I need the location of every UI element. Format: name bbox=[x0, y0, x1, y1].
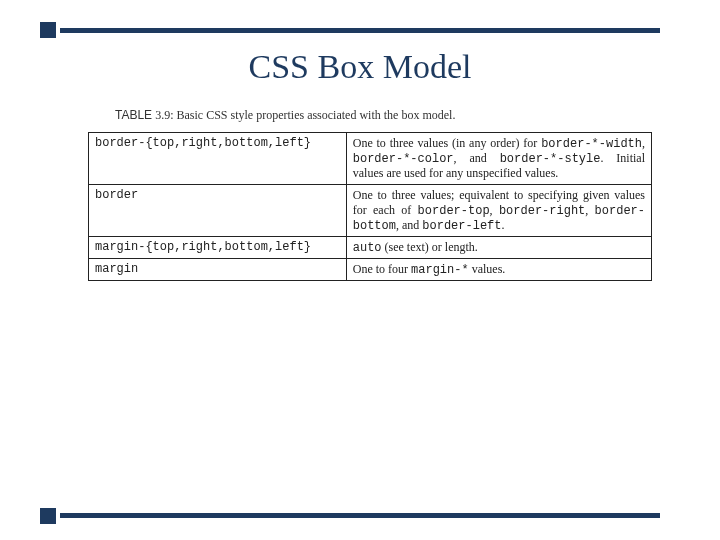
slide-top-bar bbox=[60, 28, 660, 33]
slide-bullet-bottom bbox=[40, 508, 56, 524]
code-text: border-*-style bbox=[500, 152, 601, 166]
page-title: CSS Box Model bbox=[0, 48, 720, 86]
code-text: border-*-width bbox=[541, 137, 642, 151]
code-text: border-top bbox=[418, 204, 490, 218]
description-cell: One to three values (in any order) for b… bbox=[346, 133, 651, 185]
code-text: auto bbox=[353, 241, 382, 255]
properties-table: border-{top,right,bottom,left} One to th… bbox=[88, 132, 652, 281]
desc-text: , bbox=[490, 203, 499, 217]
desc-text: values. bbox=[469, 262, 506, 276]
desc-text: , and bbox=[396, 218, 422, 232]
desc-text: . bbox=[502, 218, 505, 232]
code-text: margin-* bbox=[411, 263, 469, 277]
desc-text: One to four bbox=[353, 262, 411, 276]
table-row: margin One to four margin-* values. bbox=[89, 259, 652, 281]
property-cell: border bbox=[89, 185, 347, 237]
property-cell: margin-{top,right,bottom,left} bbox=[89, 237, 347, 259]
slide-bullet-top bbox=[40, 22, 56, 38]
desc-text: (see text) or length. bbox=[382, 240, 478, 254]
description-cell: One to three values; equivalent to speci… bbox=[346, 185, 651, 237]
desc-text: , bbox=[585, 203, 594, 217]
table-label: TABLE bbox=[115, 108, 152, 122]
description-cell: auto (see text) or length. bbox=[346, 237, 651, 259]
property-cell: margin bbox=[89, 259, 347, 281]
code-text: border-left bbox=[422, 219, 501, 233]
code-text: border-*-color bbox=[353, 152, 454, 166]
table-caption: TABLE 3.9: Basic CSS style properties as… bbox=[115, 108, 455, 123]
desc-text: One to three values (in any order) for bbox=[353, 136, 541, 150]
slide-bottom-bar bbox=[60, 513, 660, 518]
desc-text: , bbox=[642, 136, 645, 150]
table-row: margin-{top,right,bottom,left} auto (see… bbox=[89, 237, 652, 259]
table-row: border One to three values; equivalent t… bbox=[89, 185, 652, 237]
table-number: 3.9: bbox=[152, 108, 176, 122]
description-cell: One to four margin-* values. bbox=[346, 259, 651, 281]
property-cell: border-{top,right,bottom,left} bbox=[89, 133, 347, 185]
code-text: border-right bbox=[499, 204, 585, 218]
table-row: border-{top,right,bottom,left} One to th… bbox=[89, 133, 652, 185]
desc-text: , and bbox=[454, 151, 500, 165]
table-caption-text: Basic CSS style properties associated wi… bbox=[176, 108, 455, 122]
